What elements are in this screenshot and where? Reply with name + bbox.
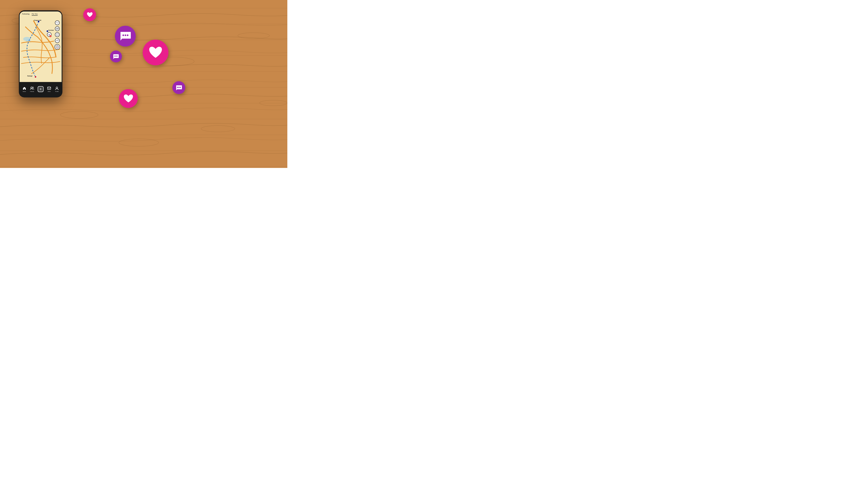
svg-point-16 (35, 76, 37, 78)
comment-button[interactable] (55, 26, 60, 31)
svg-point-34 (116, 56, 117, 57)
svg-point-21 (57, 28, 57, 29)
svg-point-27 (32, 87, 34, 88)
nav-inbox[interactable]: Inbox (47, 86, 51, 92)
share-button[interactable] (55, 38, 60, 43)
bookmark-button[interactable] (55, 32, 60, 37)
svg-point-31 (125, 35, 126, 36)
svg-point-36 (177, 87, 178, 88)
svg-point-5 (119, 139, 158, 146)
nav-friends[interactable]: Friends (30, 86, 34, 92)
svg-point-29 (56, 87, 58, 89)
map-actions (54, 21, 60, 50)
bubble-chat-large[interactable] (115, 26, 136, 47)
tab-following[interactable]: Following (22, 13, 29, 16)
svg-text:Chapel Hill: Chapel Hill (34, 19, 41, 21)
add-icon: + (38, 86, 43, 92)
svg-point-37 (178, 87, 180, 88)
phone-device: Following For You (19, 10, 62, 97)
svg-rect-28 (48, 87, 51, 90)
svg-point-20 (56, 28, 57, 29)
friends-icon (30, 86, 34, 91)
svg-point-33 (114, 56, 115, 57)
nav-add[interactable]: + (38, 86, 43, 92)
map-area: ⊕ + Chapel Hill Durham Raleigh (19, 16, 62, 82)
nav-friends-label: Friends (30, 91, 34, 92)
map-header: Following For You (19, 12, 62, 16)
inbox-icon (47, 86, 51, 91)
background: Following For You (0, 0, 287, 168)
profile-icon (55, 86, 59, 91)
svg-text:Raleigh: Raleigh (27, 75, 32, 77)
nav-home[interactable]: Home (22, 86, 27, 92)
svg-point-3 (61, 111, 98, 118)
bubble-heart-large[interactable] (143, 40, 168, 65)
svg-point-26 (31, 87, 32, 89)
svg-point-2 (238, 33, 270, 39)
svg-point-35 (117, 56, 118, 57)
bottom-navigation: Home Friends + (19, 82, 62, 96)
nav-home-label: Home (23, 91, 26, 92)
compass-button[interactable] (54, 44, 60, 50)
bubble-chat-small-right[interactable] (172, 81, 185, 94)
svg-text:Durham: Durham (48, 29, 54, 31)
tab-for-you[interactable]: For You (32, 13, 37, 16)
nav-inbox-label: Inbox (48, 91, 51, 92)
svg-point-6 (260, 100, 287, 106)
svg-point-11 (47, 30, 48, 32)
like-button[interactable] (55, 21, 60, 25)
svg-point-38 (180, 87, 181, 88)
bubble-heart-small[interactable] (83, 8, 96, 21)
svg-point-4 (201, 125, 235, 132)
bubble-heart-medium[interactable] (119, 89, 138, 108)
nav-profile[interactable]: Profile (55, 86, 59, 92)
bubble-chat-small-left[interactable] (110, 51, 122, 62)
nav-profile-label: Profile (55, 91, 58, 92)
svg-point-32 (127, 35, 128, 36)
svg-point-22 (57, 28, 58, 29)
svg-point-30 (122, 35, 124, 36)
home-icon (22, 86, 27, 91)
svg-text:+: + (50, 35, 51, 37)
phone-screen: Following For You (19, 12, 62, 82)
